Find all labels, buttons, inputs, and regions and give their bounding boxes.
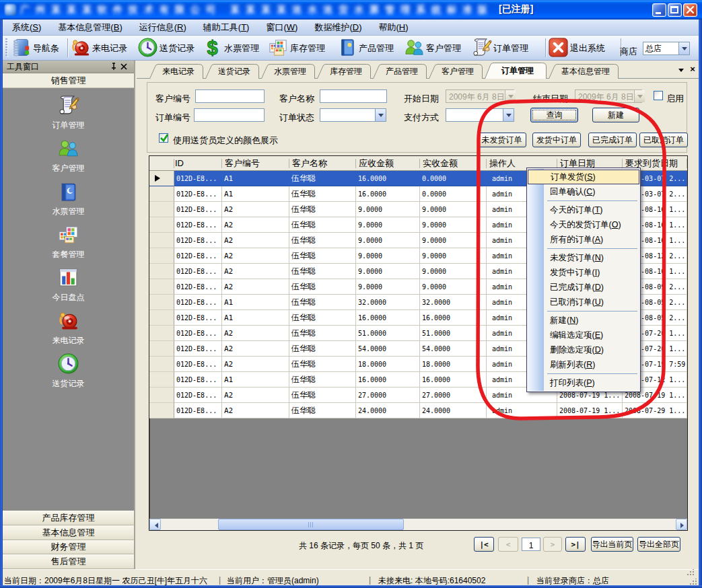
row-selector-cell[interactable] [149, 264, 174, 279]
sidebar-group-button-1[interactable]: 产品库存管理 [3, 511, 134, 525]
scrollbar-thumb[interactable] [218, 519, 404, 530]
pay-method-select[interactable] [446, 108, 514, 122]
row-selector-cell[interactable] [149, 372, 174, 388]
tab-6[interactable]: 客户管理 [429, 64, 483, 79]
customer-no-input[interactable] [195, 89, 265, 103]
row-selector-header[interactable] [149, 156, 174, 170]
toolbar-button-5[interactable]: 库存管理 [268, 37, 325, 59]
context-menu-item-8[interactable]: 已完成订单(D) [527, 280, 640, 295]
menu-item-3[interactable]: 运行信息(R) [135, 20, 190, 35]
context-menu-item-14[interactable]: 打印列表(P) [527, 375, 640, 390]
row-selector-cell[interactable] [149, 279, 174, 295]
next-page-button[interactable]: > [543, 537, 562, 552]
row-selector-cell[interactable] [149, 248, 174, 264]
tab-8[interactable]: 基本信息管理 [549, 64, 619, 79]
store-select[interactable]: 总店 [643, 42, 690, 55]
row-selector-cell[interactable] [149, 403, 174, 418]
context-menu-item-5[interactable]: 所有的订单(A) [527, 232, 640, 247]
color-display-checkbox[interactable] [159, 133, 168, 143]
column-header-2[interactable]: 客户编号 [222, 156, 289, 170]
tab-5[interactable]: 产品管理 [373, 64, 427, 79]
sidebar-item-3[interactable]: 水票管理 [3, 180, 134, 217]
toolbar-button-4[interactable]: $水票管理 [202, 37, 259, 59]
sidebar-group-button-3[interactable]: 财务管理 [3, 540, 134, 555]
menu-item-1[interactable]: 系统(S) [8, 20, 45, 35]
new-button[interactable]: 新建 [592, 108, 639, 122]
tab-3[interactable]: 水票管理 [261, 64, 315, 79]
sidebar-group-button-2[interactable]: 基本信息管理 [3, 525, 134, 540]
context-menu-item-7[interactable]: 发货中订单(I) [527, 265, 640, 280]
toolbar-button-2[interactable]: 来电记录 [70, 37, 127, 59]
context-menu-item-1[interactable]: 订单发货(S) [528, 170, 639, 184]
tab-close-icon[interactable]: × [688, 65, 697, 74]
start-date-picker[interactable]: 2009年 6月 8日 [446, 89, 514, 103]
end-date-picker[interactable]: 2009年 6月 8日 [575, 89, 642, 103]
menu-item-6[interactable]: 数据维护(D) [310, 20, 365, 35]
column-header-4[interactable]: 应收金额 [356, 156, 420, 170]
column-header-3[interactable]: 客户名称 [289, 156, 356, 170]
tab-list-dropdown-icon[interactable] [678, 69, 684, 75]
toolbar-button-6[interactable]: 产品管理 [337, 37, 394, 59]
context-menu-item-6[interactable]: 未发货订单(N) [527, 250, 640, 265]
context-menu-item-13[interactable]: 刷新列表(R) [527, 357, 640, 372]
pin-icon[interactable] [108, 62, 119, 71]
horizontal-scrollbar[interactable] [149, 519, 687, 530]
toolbar-button-3[interactable]: 送货记录 [137, 37, 195, 59]
row-selector-cell[interactable] [149, 186, 174, 202]
row-selector-cell[interactable] [149, 217, 174, 233]
sidebar-item-2[interactable]: 客户管理 [3, 137, 134, 174]
scroll-right-button[interactable] [676, 519, 687, 530]
order-status-select[interactable] [320, 108, 386, 122]
prev-page-button[interactable]: < [498, 537, 518, 552]
row-selector-cell[interactable] [149, 388, 174, 403]
unshipped-orders-button[interactable]: 未发货订单 [477, 133, 526, 147]
export-all-pages-button[interactable]: 导出全部页 [637, 537, 680, 552]
toolbar-grip-handle[interactable] [5, 38, 8, 57]
row-selector-cell[interactable] [149, 326, 174, 341]
scroll-left-button[interactable] [149, 519, 161, 530]
toolbar-button-8[interactable]: 订单管理 [471, 37, 528, 59]
sidebar-item-1[interactable]: 订单管理 [3, 94, 134, 131]
query-button[interactable]: 查询 [530, 108, 578, 122]
first-page-button[interactable]: |< [474, 537, 494, 552]
last-page-button[interactable]: >| [565, 537, 586, 552]
tab-2[interactable]: 送货记录 [205, 64, 259, 79]
menu-item-2[interactable]: 基本信息管理(B) [54, 20, 126, 35]
sidebar-item-4[interactable]: 套餐管理 [3, 223, 134, 260]
tab-1[interactable]: 来电记录 [149, 64, 203, 79]
context-menu-item-9[interactable]: 已取消订单(U) [527, 295, 640, 309]
row-selector-cell[interactable] [149, 171, 174, 186]
customer-name-input[interactable] [320, 89, 387, 103]
toolbar-button-9[interactable]: 退出系统 [548, 37, 605, 59]
close-button[interactable] [683, 3, 697, 17]
context-menu-item-11[interactable]: 编辑选定项(E) [527, 328, 640, 342]
context-menu-item-2[interactable]: 回单确认(C) [527, 184, 640, 199]
tab-7[interactable]: 订单管理 [485, 63, 547, 79]
row-selector-cell[interactable] [149, 202, 174, 217]
sidebar-close-icon[interactable] [119, 62, 130, 71]
sidebar-item-7[interactable]: 送货记录 [3, 353, 134, 390]
sidebar-item-6[interactable]: 来电记录 [3, 309, 134, 346]
table-row[interactable]: 012D-E8...A2伍华聪24.000024.0000admin2008-0… [149, 403, 687, 418]
row-selector-cell[interactable] [149, 310, 174, 326]
menu-item-7[interactable]: 帮助(H) [374, 20, 412, 35]
row-selector-cell[interactable] [149, 295, 174, 310]
context-menu-item-10[interactable]: 新建(N) [527, 313, 640, 328]
context-menu-item-3[interactable]: 今天的订单(T) [527, 203, 640, 217]
maximize-button[interactable] [668, 3, 682, 17]
export-current-page-button[interactable]: 导出当前页 [591, 537, 633, 552]
minimize-button[interactable] [652, 3, 666, 17]
row-selector-cell[interactable] [149, 357, 174, 372]
page-number-input[interactable] [522, 538, 540, 551]
tab-4[interactable]: 库存管理 [317, 64, 371, 79]
context-menu-item-4[interactable]: 今天的发货订单(O) [527, 217, 640, 232]
toolbar-button-7[interactable]: 客户管理 [404, 37, 461, 59]
row-selector-cell[interactable] [149, 341, 174, 357]
cancelled-orders-button[interactable]: 已取消订单 [639, 133, 688, 147]
resize-grip-icon[interactable] [689, 579, 697, 585]
enable-date-checkbox[interactable] [654, 91, 663, 100]
sidebar-item-5[interactable]: 今日盘点 [3, 266, 134, 303]
completed-orders-button[interactable]: 已完成订单 [588, 133, 637, 147]
column-header-5[interactable]: 实收金额 [420, 156, 487, 170]
row-selector-cell[interactable] [149, 233, 174, 248]
